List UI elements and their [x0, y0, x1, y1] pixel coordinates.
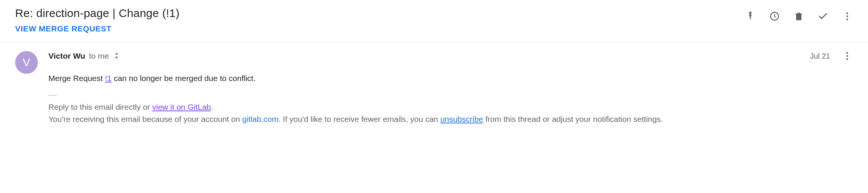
snooze-icon[interactable]: [769, 11, 780, 22]
from-line: Victor Wu to me: [48, 51, 120, 61]
body-prefix: Merge Request: [48, 74, 105, 82]
pin-icon[interactable]: [745, 11, 756, 22]
reply-prefix: Reply to this email directly or: [48, 103, 152, 111]
body-suffix: can no longer be merged due to conflict.: [112, 74, 256, 82]
gitlab-domain-link[interactable]: gitlab.com: [242, 115, 278, 123]
receiving-mid: . If you'd like to receive fewer emails,…: [278, 115, 440, 123]
svg-point-1: [846, 12, 848, 14]
email-header: Re: direction-page | Change (!1) VIEW ME…: [0, 0, 868, 42]
svg-point-3: [846, 19, 848, 20]
svg-point-5: [846, 55, 848, 57]
period1: .: [211, 103, 213, 111]
svg-point-2: [846, 16, 848, 17]
message-header: Victor Wu to me Jul 21: [48, 50, 853, 62]
avatar[interactable]: V: [15, 51, 38, 74]
message-main: Victor Wu to me Jul 21 Merge Request !1 …: [48, 50, 853, 126]
conflict-line: Merge Request !1 can no longer be merged…: [48, 72, 775, 85]
mark-done-icon[interactable]: [817, 11, 829, 22]
show-details-icon[interactable]: [113, 53, 120, 60]
header-actions: [745, 7, 853, 22]
to-text: to me: [89, 51, 109, 61]
delete-icon[interactable]: [793, 11, 804, 22]
message-row: V Victor Wu to me Jul 21: [0, 42, 868, 137]
unsubscribe-link[interactable]: unsubscribe: [440, 115, 483, 123]
receiving-prefix: You're receiving this email because of y…: [48, 115, 242, 123]
more-icon[interactable]: [842, 11, 853, 22]
footer-text: Reply to this email directly or view it …: [48, 101, 775, 126]
email-subject: Re: direction-page | Change (!1): [15, 7, 179, 20]
sender-name: Victor Wu: [48, 51, 85, 61]
message-meta: Jul 21: [810, 50, 853, 62]
message-date: Jul 21: [810, 52, 830, 61]
svg-point-4: [846, 52, 848, 54]
message-body: Merge Request !1 can no longer be merged…: [48, 72, 775, 126]
subject-wrap: Re: direction-page | Change (!1) VIEW ME…: [15, 7, 179, 33]
email-view: Re: direction-page | Change (!1) VIEW ME…: [0, 0, 868, 137]
svg-point-6: [846, 58, 848, 60]
merge-request-link[interactable]: !1: [105, 74, 112, 82]
message-more-icon[interactable]: [842, 50, 853, 62]
view-on-gitlab-link[interactable]: view it on GitLab: [152, 103, 211, 111]
view-merge-request-link[interactable]: VIEW MERGE REQUEST: [15, 24, 179, 33]
receiving-suffix: from this thread or adjust your notifica…: [483, 115, 663, 123]
separator-dash: [48, 95, 57, 96]
